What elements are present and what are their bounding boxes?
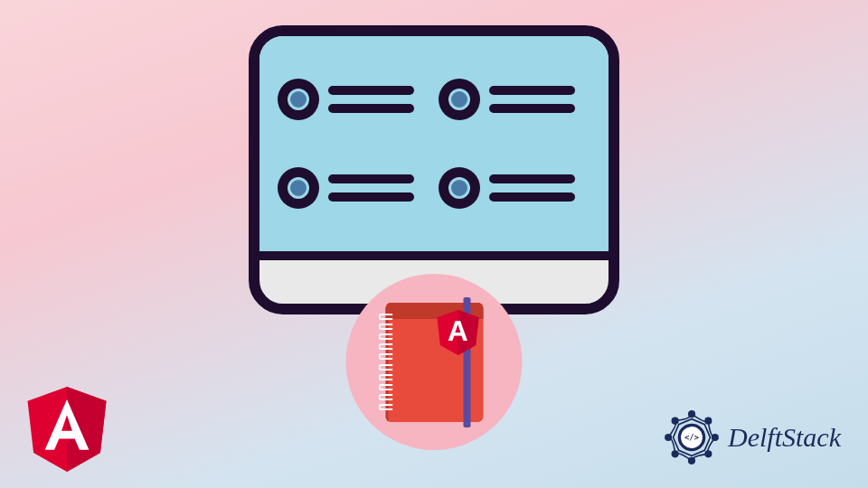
text-lines-icon [328, 174, 429, 202]
delftstack-logo: </> DelftStack [661, 407, 841, 468]
svg-text:</>: </> [684, 433, 699, 442]
notebook-icon: A [385, 303, 483, 422]
list-item [439, 63, 590, 136]
angular-shield-icon: A [436, 310, 479, 359]
text-lines-icon [328, 86, 429, 113]
text-lines-icon [489, 174, 590, 202]
list-item [439, 152, 590, 224]
list-item [278, 152, 429, 224]
list-item [278, 63, 429, 136]
radio-bullet-icon [439, 167, 480, 209]
delftstack-emblem-icon: </> [661, 407, 722, 468]
text-lines-icon [489, 86, 590, 113]
delftstack-wordmark: DelftStack [728, 422, 841, 453]
monitor-screen [259, 36, 609, 260]
radio-bullet-icon [278, 79, 319, 120]
angular-logo-icon [27, 387, 107, 475]
svg-text:A: A [448, 315, 468, 347]
radio-bullet-icon [439, 79, 480, 120]
spiral-binding-icon [378, 314, 392, 411]
radio-bullet-icon [278, 167, 319, 209]
main-illustration: A [249, 25, 619, 314]
notebook-badge: A [346, 274, 523, 450]
monitor-frame [249, 25, 619, 314]
